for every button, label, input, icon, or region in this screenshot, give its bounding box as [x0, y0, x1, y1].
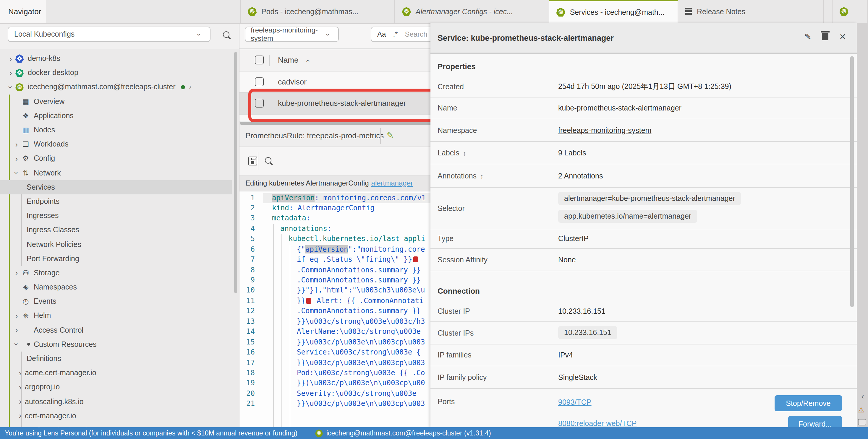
sidebar-item-freeleaps-cluster[interactable]: › ☸ icecheng@mathmast.com@freeleaps-clus…: [0, 80, 240, 94]
sidebar-item-network[interactable]: › ⇅ Network: [0, 166, 240, 180]
selector-badge: app.kubernetes.io/name=alertmanager: [558, 210, 697, 223]
sidebar-item-ingress-classes[interactable]: Ingress Classes: [0, 223, 240, 237]
tab-overflow-partial[interactable]: ☸: [832, 0, 868, 23]
service-details-drawer: Service: kube-prometheus-stack-alertmana…: [430, 23, 857, 427]
chevron-right-icon[interactable]: ›: [12, 326, 21, 334]
sidebar-item-storage[interactable]: › ⛁ Storage: [0, 266, 240, 280]
sidebar-item-overview[interactable]: › ▦ Overview: [0, 94, 240, 108]
cluster-tree: › ☸ demo-k8s › ☸ docker-desktop › ☸ icec…: [0, 52, 240, 427]
chevron-right-icon[interactable]: ›: [16, 368, 25, 377]
select-all-checkbox[interactable]: [255, 56, 264, 64]
kubernetes-icon: ☸: [315, 429, 323, 437]
sidebar-item-applications[interactable]: › ❖ Applications: [0, 109, 240, 123]
chevron-down-icon[interactable]: ›: [12, 168, 21, 177]
kubeconfig-select[interactable]: Local Kubeconfigs ›: [8, 27, 211, 42]
warning-icon[interactable]: ⚠: [858, 406, 864, 414]
chevron-right-icon[interactable]: ›: [6, 54, 16, 63]
forward-button[interactable]: Forward...: [788, 416, 842, 427]
grid-icon: ▦: [21, 97, 30, 105]
kubernetes-cluster-icon: ☸: [16, 69, 24, 77]
edit-icon[interactable]: ✎: [804, 32, 811, 41]
trash-icon[interactable]: [822, 33, 829, 40]
annotations-row: Annotations↕ 2 Annotations: [430, 164, 857, 188]
chevron-right-icon[interactable]: ›: [12, 311, 21, 320]
sidebar-item-services[interactable]: Services: [0, 180, 232, 194]
alertmanager-config-link[interactable]: alertmanager: [371, 179, 413, 187]
sort-ascending-icon[interactable]: ›: [303, 60, 312, 62]
editing-notice-text: Editing kubernetes AlertmanagerConfig: [245, 179, 369, 187]
edit-icon[interactable]: ✎: [387, 131, 394, 140]
drawer-scrollbar[interactable]: [850, 56, 854, 307]
cluster-ip-row: Cluster IP 10.233.16.151: [430, 301, 857, 322]
regex-toggle[interactable]: .*: [393, 30, 398, 38]
port-link-9093[interactable]: 9093/TCP: [558, 398, 592, 406]
sidebar-item-helm[interactable]: › ⎈ Helm: [0, 309, 240, 323]
tab-label: Alertmanager Configs - icec...: [416, 7, 513, 16]
chevron-right-icon[interactable]: ›: [6, 69, 16, 77]
sidebar-item-argoproj[interactable]: › argoproj.io: [0, 380, 240, 394]
namespaces-icon: ◈: [21, 283, 30, 291]
namespace-link[interactable]: freeleaps-monitoring-system: [558, 126, 651, 134]
sidebar-item-docker-desktop[interactable]: › ☸ docker-desktop: [0, 66, 240, 80]
sidebar-item-workloads[interactable]: › ❑ Workloads: [0, 137, 240, 151]
name-column-header[interactable]: Name: [278, 56, 298, 64]
sidebar-item-definitions[interactable]: Definitions: [0, 351, 240, 366]
sidebar-item-demo-k8s[interactable]: › ☸ demo-k8s: [0, 52, 240, 66]
tab-pods[interactable]: ☸ Pods - icecheng@mathmas...: [241, 0, 395, 23]
port-link-8080[interactable]: 8080:reloader-web/TCP: [558, 419, 637, 427]
indent-guide: [281, 234, 282, 427]
row-checkbox[interactable]: [255, 77, 264, 86]
helm-icon: ⎈: [21, 312, 30, 320]
chevron-right-icon[interactable]: ›: [12, 154, 21, 163]
navigator-panel-tab[interactable]: Navigator: [0, 0, 46, 23]
tab-services-active[interactable]: ☸ Services - icecheng@math... ✕: [549, 0, 679, 23]
sidebar-item-configuration-konghq[interactable]: › configuration.konghq.com: [0, 423, 240, 427]
namespace-select[interactable]: freeleaps-monitoring-system ›: [245, 27, 339, 42]
nodes-icon: ▥: [21, 126, 30, 134]
sidebar-item-custom-resources[interactable]: › Custom Resources: [0, 337, 240, 351]
match-case-toggle[interactable]: Aa: [377, 30, 386, 38]
sidebar-item-acme-cert-manager[interactable]: › acme.cert-manager.io: [0, 366, 240, 380]
document-tabs: ☸ Pods - icecheng@mathmas... ☸ Alertmana…: [240, 0, 868, 23]
sidebar-item-nodes[interactable]: › ▥ Nodes: [0, 123, 240, 137]
chevron-right-icon[interactable]: ›: [16, 383, 25, 392]
sidebar-item-network-policies[interactable]: Network Policies: [0, 237, 240, 251]
tab-release-notes[interactable]: Release Notes: [679, 0, 824, 23]
sidebar-item-autoscaling-k8s[interactable]: › autoscaling.k8s.io: [0, 394, 240, 409]
search-icon[interactable]: [265, 157, 271, 164]
sidebar-scrollbar[interactable]: [234, 52, 237, 293]
labels-row: Labels↕ 9 Labels: [430, 142, 857, 164]
sidebar-item-port-forwarding[interactable]: Port Forwarding: [0, 251, 240, 266]
chevron-left-icon[interactable]: ›: [858, 393, 867, 402]
lens-app-window: Navigator ☸ Pods - icecheng@mathmas... ☸…: [0, 0, 868, 439]
chevron-down-icon[interactable]: ›: [12, 340, 21, 349]
stop-remove-button[interactable]: Stop/Remove: [775, 395, 842, 411]
tab-alertmanager-configs[interactable]: ☸ Alertmanager Configs - icec...: [395, 0, 549, 23]
chevron-down-icon[interactable]: ›: [6, 82, 15, 92]
expand-toggle-icon[interactable]: ↕: [480, 172, 484, 179]
chevron-right-icon[interactable]: ›: [12, 140, 21, 148]
siren-emoji: [307, 298, 311, 304]
chevron-right-icon[interactable]: ›: [12, 269, 21, 277]
save-icon[interactable]: [248, 157, 257, 165]
expand-toggle-icon[interactable]: ↕: [463, 149, 466, 156]
sidebar-item-cert-manager[interactable]: › cert-manager.io: [0, 409, 240, 423]
sidebar-item-access-control[interactable]: › Access Control: [0, 323, 240, 337]
chevron-right-icon[interactable]: ›: [16, 411, 25, 420]
active-cluster-status[interactable]: ☸ icecheng@mathmast.com@freeleaps-cluste…: [315, 429, 491, 437]
close-icon[interactable]: ✕: [839, 32, 846, 41]
sidebar-item-endpoints[interactable]: Endpoints: [0, 194, 240, 209]
drawer-body: Properties Created 254d 17h 50m ago (202…: [430, 54, 857, 427]
chevron-right-icon[interactable]: ›: [16, 397, 25, 406]
drawer-title: Service: kube-prometheus-stack-alertmana…: [438, 34, 614, 42]
sidebar-item-config[interactable]: › ⚙ Config: [0, 151, 240, 166]
sidebar-item-namespaces[interactable]: › ◈ Namespaces: [0, 280, 240, 294]
sidebar-item-events[interactable]: › ◷ Events: [0, 294, 240, 308]
network-icon: ⇅: [21, 169, 30, 177]
sidebar-item-ingresses[interactable]: Ingresses: [0, 209, 240, 223]
clock-icon: ◷: [21, 298, 30, 306]
search-icon[interactable]: [223, 31, 229, 38]
type-row: Type ClusterIP: [430, 229, 857, 249]
chevron-right-icon[interactable]: ›: [189, 83, 192, 91]
tab-label: Release Notes: [697, 7, 745, 16]
